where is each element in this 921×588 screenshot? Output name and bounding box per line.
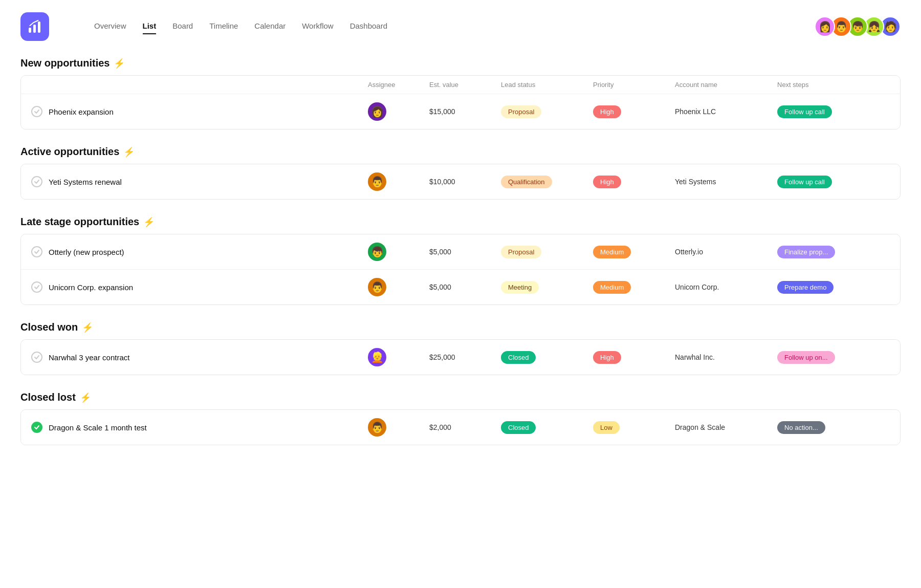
table-new-opportunities: AssigneeEst. valueLead statusPriorityAcc…	[20, 75, 901, 129]
row-account: Otterly.io	[675, 248, 777, 256]
section-title-new-opportunities: New opportunities	[20, 57, 109, 69]
row-priority: High	[593, 105, 675, 118]
table-row[interactable]: Dragon & Scale 1 month test👨$2,000Closed…	[21, 410, 900, 445]
row-name-text: Unicorn Corp. expansion	[49, 283, 133, 292]
row-lead-status: Closed	[501, 421, 593, 434]
nav-tab-list[interactable]: List	[143, 21, 157, 34]
app-header: OverviewListBoardTimelineCalendarWorkflo…	[20, 12, 901, 41]
row-assignee: 👨	[368, 278, 429, 296]
lead-status-badge: Closed	[501, 421, 536, 434]
table-row[interactable]: Yeti Systems renewal👨$10,000Qualificatio…	[21, 164, 900, 199]
app-title: OverviewListBoardTimelineCalendarWorkflo…	[57, 19, 387, 34]
lightning-icon-closed-lost: ⚡	[80, 392, 91, 403]
avatar-group: 👩👨👦👧🧑	[815, 16, 901, 37]
priority-badge: High	[593, 351, 621, 364]
lightning-icon-new-opportunities: ⚡	[114, 58, 125, 69]
row-next-steps: Follow up call	[777, 105, 890, 118]
table-closed-won: Narwhal 3 year contract👱$25,000ClosedHig…	[20, 339, 901, 375]
check-icon[interactable]	[31, 352, 42, 363]
nav-tab-dashboard[interactable]: Dashboard	[350, 21, 387, 34]
svg-rect-2	[38, 21, 40, 33]
row-priority: Medium	[593, 246, 675, 258]
section-closed-lost: Closed lost⚡Dragon & Scale 1 month test👨…	[20, 391, 901, 445]
nav-tab-overview[interactable]: Overview	[94, 21, 126, 34]
table-row[interactable]: Otterly (new prospect)👦$5,000ProposalMed…	[21, 234, 900, 270]
check-icon[interactable]	[31, 281, 42, 293]
table-row[interactable]: Phoenix expansion👩$15,000ProposalHighPho…	[21, 94, 900, 129]
priority-badge: Low	[593, 421, 620, 434]
section-active-opportunities: Active opportunities⚡Yeti Systems renewa…	[20, 146, 901, 200]
lead-status-badge: Closed	[501, 351, 536, 364]
row-next-steps: Follow up call	[777, 176, 890, 188]
table-active-opportunities: Yeti Systems renewal👨$10,000Qualificatio…	[20, 164, 901, 200]
next-steps-badge[interactable]: Finalize prop...	[777, 246, 835, 258]
row-value: $10,000	[429, 178, 501, 186]
row-assignee: 👩	[368, 102, 429, 121]
row-value: $2,000	[429, 423, 501, 431]
row-account: Phoenix LLC	[675, 107, 777, 116]
app-icon	[20, 12, 49, 41]
row-priority: High	[593, 176, 675, 188]
section-title-late-stage-opportunities: Late stage opportunities	[20, 216, 139, 228]
nav-tab-calendar[interactable]: Calendar	[254, 21, 286, 34]
section-header-closed-won: Closed won⚡	[20, 321, 901, 333]
section-title-active-opportunities: Active opportunities	[20, 146, 119, 158]
row-avatar: 👩	[368, 102, 386, 121]
lightning-icon-active-opportunities: ⚡	[123, 146, 135, 158]
svg-rect-1	[33, 25, 36, 33]
nav-tab-workflow[interactable]: Workflow	[302, 21, 333, 34]
row-account: Dragon & Scale	[675, 423, 777, 431]
section-title-closed-won: Closed won	[20, 321, 78, 333]
lead-status-badge: Proposal	[501, 246, 541, 258]
next-steps-badge[interactable]: Follow up call	[777, 105, 832, 118]
check-icon[interactable]	[31, 176, 42, 187]
row-value: $5,000	[429, 283, 501, 291]
row-lead-status: Proposal	[501, 105, 593, 118]
row-priority: Low	[593, 421, 675, 434]
table-late-stage-opportunities: Otterly (new prospect)👦$5,000ProposalMed…	[20, 234, 901, 305]
nav-tab-board[interactable]: Board	[172, 21, 193, 34]
lead-status-badge: Qualification	[501, 176, 552, 188]
svg-rect-0	[29, 28, 31, 33]
section-new-opportunities: New opportunities⚡AssigneeEst. valueLead…	[20, 57, 901, 129]
row-lead-status: Closed	[501, 351, 593, 364]
priority-badge: Medium	[593, 281, 631, 294]
row-avatar: 👨	[368, 278, 386, 296]
row-lead-status: Meeting	[501, 281, 593, 294]
check-icon[interactable]	[31, 106, 42, 117]
row-name-cell: Narwhal 3 year contract	[31, 352, 368, 363]
app-title-area: OverviewListBoardTimelineCalendarWorkflo…	[20, 12, 387, 41]
nav-tabs: OverviewListBoardTimelineCalendarWorkflo…	[57, 21, 387, 34]
section-header-new-opportunities: New opportunities⚡	[20, 57, 901, 69]
row-name-text: Narwhal 3 year contract	[49, 353, 129, 362]
row-avatar: 👨	[368, 418, 386, 437]
row-lead-status: Proposal	[501, 246, 593, 258]
nav-tab-timeline[interactable]: Timeline	[209, 21, 238, 34]
check-icon[interactable]	[31, 422, 42, 433]
next-steps-badge[interactable]: Follow up call	[777, 176, 832, 188]
row-account: Yeti Systems	[675, 178, 777, 186]
next-steps-badge[interactable]: No action...	[777, 421, 825, 434]
next-steps-badge[interactable]: Prepare demo	[777, 281, 834, 294]
row-name-cell: Yeti Systems renewal	[31, 176, 368, 187]
avatar-0: 👩	[815, 16, 835, 37]
section-closed-won: Closed won⚡Narwhal 3 year contract👱$25,0…	[20, 321, 901, 375]
row-name-cell: Unicorn Corp. expansion	[31, 281, 368, 293]
table-row[interactable]: Unicorn Corp. expansion👨$5,000MeetingMed…	[21, 270, 900, 304]
row-account: Unicorn Corp.	[675, 283, 777, 291]
section-header-closed-lost: Closed lost⚡	[20, 391, 901, 403]
table-row[interactable]: Narwhal 3 year contract👱$25,000ClosedHig…	[21, 340, 900, 375]
row-next-steps: Finalize prop...	[777, 246, 890, 258]
section-title-closed-lost: Closed lost	[20, 391, 76, 403]
row-value: $5,000	[429, 248, 501, 256]
main-content: New opportunities⚡AssigneeEst. valueLead…	[20, 57, 901, 445]
row-assignee: 👦	[368, 243, 429, 261]
row-name-text: Otterly (new prospect)	[49, 248, 124, 256]
section-late-stage-opportunities: Late stage opportunities⚡Otterly (new pr…	[20, 216, 901, 305]
row-next-steps: Follow up on...	[777, 351, 890, 364]
row-account: Narwhal Inc.	[675, 353, 777, 361]
row-name-text: Dragon & Scale 1 month test	[49, 423, 147, 432]
check-icon[interactable]	[31, 246, 42, 257]
next-steps-badge[interactable]: Follow up on...	[777, 351, 835, 364]
row-value: $15,000	[429, 107, 501, 116]
